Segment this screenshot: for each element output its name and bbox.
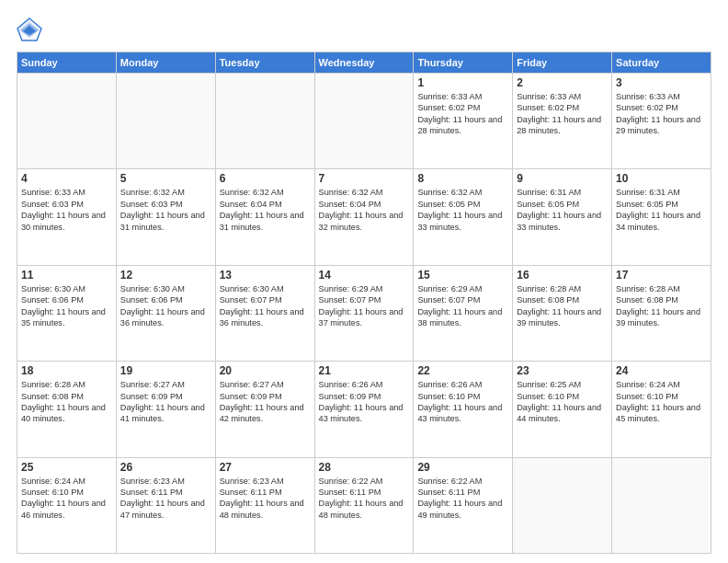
calendar-cell: 22Sunrise: 6:26 AMSunset: 6:10 PMDayligh… (414, 362, 513, 457)
calendar-cell: 25Sunrise: 6:24 AMSunset: 6:10 PMDayligh… (17, 457, 117, 553)
day-number: 9 (517, 172, 608, 185)
day-info: Sunrise: 6:30 AMSunset: 6:06 PMDaylight:… (21, 283, 112, 329)
day-info: Sunrise: 6:24 AMSunset: 6:10 PMDaylight:… (616, 379, 707, 425)
calendar-cell: 4Sunrise: 6:33 AMSunset: 6:03 PMDaylight… (17, 169, 117, 265)
day-number: 23 (517, 364, 608, 377)
day-number: 13 (220, 269, 311, 282)
day-number: 1 (417, 76, 508, 89)
day-number: 19 (120, 364, 211, 377)
day-info: Sunrise: 6:29 AMSunset: 6:07 PMDaylight:… (319, 283, 410, 329)
header (17, 17, 711, 42)
day-info: Sunrise: 6:28 AMSunset: 6:08 PMDaylight:… (616, 283, 707, 329)
week-row: 25Sunrise: 6:24 AMSunset: 6:10 PMDayligh… (17, 457, 711, 553)
weekday-header: Wednesday (314, 52, 414, 74)
weekday-header-row: SundayMondayTuesdayWednesdayThursdayFrid… (17, 52, 711, 74)
day-number: 24 (616, 364, 707, 377)
day-number: 8 (417, 172, 508, 185)
day-info: Sunrise: 6:22 AMSunset: 6:11 PMDaylight:… (319, 476, 410, 522)
day-info: Sunrise: 6:31 AMSunset: 6:05 PMDaylight:… (517, 187, 608, 233)
day-info: Sunrise: 6:26 AMSunset: 6:10 PMDaylight:… (417, 379, 508, 425)
logo (17, 17, 46, 42)
calendar-cell: 18Sunrise: 6:28 AMSunset: 6:08 PMDayligh… (17, 362, 117, 457)
day-number: 10 (616, 172, 707, 185)
day-info: Sunrise: 6:32 AMSunset: 6:05 PMDaylight:… (417, 187, 508, 233)
day-number: 21 (319, 364, 410, 377)
day-info: Sunrise: 6:32 AMSunset: 6:04 PMDaylight:… (319, 187, 410, 233)
calendar-cell: 20Sunrise: 6:27 AMSunset: 6:09 PMDayligh… (215, 362, 314, 457)
week-row: 18Sunrise: 6:28 AMSunset: 6:08 PMDayligh… (17, 362, 711, 457)
day-number: 27 (220, 461, 311, 474)
day-number: 16 (517, 269, 608, 282)
day-number: 3 (616, 76, 707, 89)
day-number: 18 (21, 364, 112, 377)
day-info: Sunrise: 6:23 AMSunset: 6:11 PMDaylight:… (120, 476, 211, 522)
calendar-cell: 5Sunrise: 6:32 AMSunset: 6:03 PMDaylight… (116, 169, 215, 265)
day-info: Sunrise: 6:26 AMSunset: 6:09 PMDaylight:… (319, 379, 410, 425)
calendar-cell: 9Sunrise: 6:31 AMSunset: 6:05 PMDaylight… (513, 169, 612, 265)
day-info: Sunrise: 6:29 AMSunset: 6:07 PMDaylight:… (417, 283, 508, 329)
day-info: Sunrise: 6:30 AMSunset: 6:06 PMDaylight:… (120, 283, 211, 329)
day-info: Sunrise: 6:33 AMSunset: 6:02 PMDaylight:… (616, 91, 707, 137)
day-info: Sunrise: 6:31 AMSunset: 6:05 PMDaylight:… (616, 187, 707, 233)
day-info: Sunrise: 6:32 AMSunset: 6:03 PMDaylight:… (120, 187, 211, 233)
calendar-cell: 21Sunrise: 6:26 AMSunset: 6:09 PMDayligh… (314, 362, 414, 457)
calendar-cell (513, 457, 612, 553)
week-row: 11Sunrise: 6:30 AMSunset: 6:06 PMDayligh… (17, 265, 711, 361)
day-info: Sunrise: 6:33 AMSunset: 6:03 PMDaylight:… (21, 187, 112, 233)
calendar-cell: 15Sunrise: 6:29 AMSunset: 6:07 PMDayligh… (414, 265, 513, 361)
day-info: Sunrise: 6:23 AMSunset: 6:11 PMDaylight:… (220, 476, 311, 522)
day-info: Sunrise: 6:22 AMSunset: 6:11 PMDaylight:… (417, 476, 508, 522)
calendar-cell: 17Sunrise: 6:28 AMSunset: 6:08 PMDayligh… (612, 265, 711, 361)
day-number: 20 (220, 364, 311, 377)
calendar-cell (215, 74, 314, 169)
weekday-header: Sunday (17, 52, 117, 74)
calendar-cell: 11Sunrise: 6:30 AMSunset: 6:06 PMDayligh… (17, 265, 117, 361)
day-number: 2 (517, 76, 608, 89)
calendar-cell: 2Sunrise: 6:33 AMSunset: 6:02 PMDaylight… (513, 74, 612, 169)
logo-icon (17, 17, 42, 42)
day-number: 25 (21, 461, 112, 474)
calendar-cell: 3Sunrise: 6:33 AMSunset: 6:02 PMDaylight… (612, 74, 711, 169)
day-info: Sunrise: 6:30 AMSunset: 6:07 PMDaylight:… (220, 283, 311, 329)
day-info: Sunrise: 6:33 AMSunset: 6:02 PMDaylight:… (417, 91, 508, 137)
weekday-header: Thursday (414, 52, 513, 74)
day-number: 29 (417, 461, 508, 474)
calendar-cell (314, 74, 414, 169)
calendar-cell: 8Sunrise: 6:32 AMSunset: 6:05 PMDaylight… (414, 169, 513, 265)
day-number: 12 (120, 269, 211, 282)
day-info: Sunrise: 6:28 AMSunset: 6:08 PMDaylight:… (21, 379, 112, 425)
week-row: 4Sunrise: 6:33 AMSunset: 6:03 PMDaylight… (17, 169, 711, 265)
weekday-header: Monday (116, 52, 215, 74)
day-number: 4 (21, 172, 112, 185)
day-number: 26 (120, 461, 211, 474)
calendar-cell: 13Sunrise: 6:30 AMSunset: 6:07 PMDayligh… (215, 265, 314, 361)
calendar-cell: 26Sunrise: 6:23 AMSunset: 6:11 PMDayligh… (116, 457, 215, 553)
day-info: Sunrise: 6:27 AMSunset: 6:09 PMDaylight:… (120, 379, 211, 425)
calendar-cell: 16Sunrise: 6:28 AMSunset: 6:08 PMDayligh… (513, 265, 612, 361)
calendar-cell: 12Sunrise: 6:30 AMSunset: 6:06 PMDayligh… (116, 265, 215, 361)
calendar-cell (17, 74, 117, 169)
day-info: Sunrise: 6:32 AMSunset: 6:04 PMDaylight:… (220, 187, 311, 233)
day-number: 5 (120, 172, 211, 185)
weekday-header: Saturday (612, 52, 711, 74)
weekday-header: Tuesday (215, 52, 314, 74)
calendar-cell (612, 457, 711, 553)
calendar-cell: 29Sunrise: 6:22 AMSunset: 6:11 PMDayligh… (414, 457, 513, 553)
calendar-cell: 7Sunrise: 6:32 AMSunset: 6:04 PMDaylight… (314, 169, 414, 265)
calendar-cell (116, 74, 215, 169)
calendar-cell: 28Sunrise: 6:22 AMSunset: 6:11 PMDayligh… (314, 457, 414, 553)
day-info: Sunrise: 6:25 AMSunset: 6:10 PMDaylight:… (517, 379, 608, 425)
day-info: Sunrise: 6:24 AMSunset: 6:10 PMDaylight:… (21, 476, 112, 522)
calendar-cell: 24Sunrise: 6:24 AMSunset: 6:10 PMDayligh… (612, 362, 711, 457)
day-info: Sunrise: 6:28 AMSunset: 6:08 PMDaylight:… (517, 283, 608, 329)
calendar-cell: 23Sunrise: 6:25 AMSunset: 6:10 PMDayligh… (513, 362, 612, 457)
day-number: 14 (319, 269, 410, 282)
day-number: 6 (220, 172, 311, 185)
calendar-cell: 1Sunrise: 6:33 AMSunset: 6:02 PMDaylight… (414, 74, 513, 169)
calendar-cell: 6Sunrise: 6:32 AMSunset: 6:04 PMDaylight… (215, 169, 314, 265)
day-info: Sunrise: 6:27 AMSunset: 6:09 PMDaylight:… (220, 379, 311, 425)
page: SundayMondayTuesdayWednesdayThursdayFrid… (0, 0, 728, 563)
week-row: 1Sunrise: 6:33 AMSunset: 6:02 PMDaylight… (17, 74, 711, 169)
calendar-cell: 10Sunrise: 6:31 AMSunset: 6:05 PMDayligh… (612, 169, 711, 265)
calendar-cell: 19Sunrise: 6:27 AMSunset: 6:09 PMDayligh… (116, 362, 215, 457)
